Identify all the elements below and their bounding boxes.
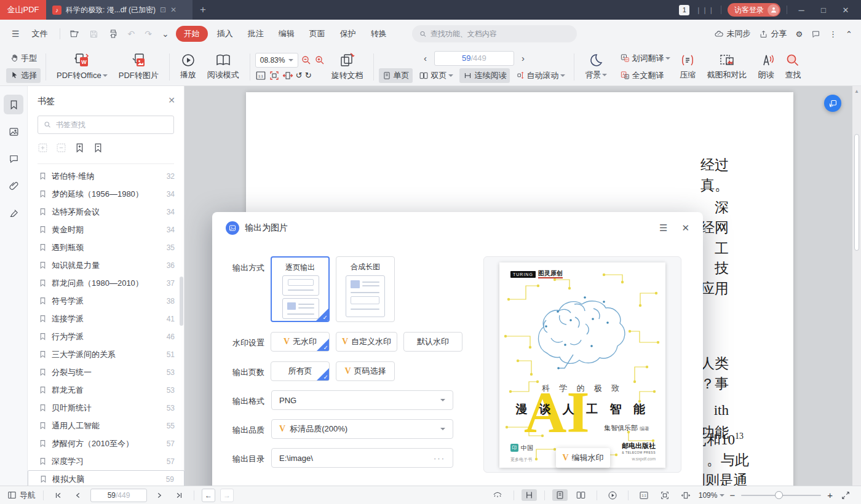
- screenshot-compare-button[interactable]: 截图和对比: [701, 53, 752, 81]
- tab-annotate[interactable]: 批注: [242, 26, 269, 42]
- bookmark-item[interactable]: 诺伯特·维纳32: [28, 167, 184, 185]
- next-page-button[interactable]: ›: [517, 53, 530, 63]
- background-button[interactable]: 背景: [579, 53, 613, 81]
- page-number-box[interactable]: 59/449: [434, 51, 514, 66]
- actual-size-button[interactable]: 1:1: [636, 489, 652, 502]
- bookmark-item[interactable]: 群龙问鼎（1980—2010）37: [28, 274, 184, 292]
- auto-scroll-button[interactable]: 自动滚动: [512, 68, 569, 83]
- single-page-button[interactable]: 单页: [379, 68, 413, 83]
- pages-option-select[interactable]: V页码选择: [336, 361, 395, 381]
- document-tab[interactable]: ♪ 科学的极致: 漫...df (已加密) ⊡ ✕: [46, 0, 192, 20]
- bookmark-item[interactable]: 群龙无首53: [28, 381, 184, 399]
- bookmark-item[interactable]: 达特茅斯会议34: [28, 203, 184, 221]
- mode-option-per-page[interactable]: 逐页输出 ✓: [271, 256, 330, 322]
- minimize-button[interactable]: ─: [793, 6, 809, 15]
- chevron-down-icon[interactable]: ⌄: [159, 27, 172, 41]
- search-input[interactable]: [430, 30, 569, 38]
- actual-size-button[interactable]: 1:1: [255, 70, 266, 81]
- zoom-slider[interactable]: [741, 495, 821, 496]
- single-page-mode-button[interactable]: [552, 489, 568, 501]
- eye-protect-button[interactable]: [489, 489, 506, 502]
- word-translate-button[interactable]: A中划词翻译: [616, 51, 674, 66]
- pdf-to-office-button[interactable]: W PDF转Office: [51, 52, 113, 81]
- history-back-button[interactable]: ←: [202, 489, 215, 502]
- next-page-button[interactable]: [152, 490, 167, 501]
- dialog-menu-icon[interactable]: ☰: [659, 222, 667, 234]
- bookmark-item[interactable]: 三大学派间的关系51: [28, 345, 184, 363]
- continuous-reading-button[interactable]: 连续阅读: [459, 68, 510, 83]
- signature-panel-button[interactable]: [4, 203, 23, 222]
- tab-start[interactable]: 开始: [176, 26, 208, 42]
- rotate-right-icon[interactable]: ↻: [305, 71, 312, 80]
- first-page-button[interactable]: [51, 490, 66, 501]
- add-bookmark-button[interactable]: [74, 143, 85, 153]
- tab-page[interactable]: 页面: [304, 26, 331, 42]
- pdf-to-image-button[interactable]: PDF转图片: [113, 52, 164, 81]
- maximize-button[interactable]: □: [815, 6, 831, 15]
- previous-page-button[interactable]: [71, 490, 85, 501]
- watermark-option-custom[interactable]: V自定义水印: [336, 332, 397, 352]
- app-tab[interactable]: 金山PDF: [0, 0, 46, 20]
- panel-close-icon[interactable]: ✕: [168, 95, 175, 105]
- search-bar[interactable]: [412, 25, 577, 42]
- feedback-icon[interactable]: [811, 30, 820, 39]
- bookmark-item[interactable]: 知识就是力量36: [28, 256, 184, 274]
- rotate-left-icon[interactable]: ↺: [296, 71, 303, 80]
- collapse-all-button[interactable]: [56, 143, 66, 153]
- statusbar-page-box[interactable]: 59/449: [90, 489, 147, 502]
- fit-page-button[interactable]: [269, 70, 280, 81]
- hamburger-icon[interactable]: ☰: [9, 27, 23, 41]
- find-button[interactable]: 查找: [779, 53, 806, 81]
- reading-mode-button[interactable]: 阅读模式: [202, 53, 245, 81]
- zoom-in-button[interactable]: +: [827, 490, 833, 500]
- document-scrollbar[interactable]: ▲: [852, 86, 861, 486]
- close-tab-icon[interactable]: ✕: [170, 6, 177, 14]
- zoom-out-button[interactable]: [301, 55, 312, 66]
- output-directory-field[interactable]: E:\image\···: [271, 448, 453, 468]
- play-button[interactable]: 播放: [175, 53, 202, 81]
- bookmark-item[interactable]: 贝叶斯统计53: [28, 399, 184, 417]
- undo-icon[interactable]: ↶: [125, 27, 138, 41]
- tab-protect[interactable]: 保护: [335, 26, 362, 42]
- bookmark-search-input[interactable]: [56, 120, 168, 129]
- format-select[interactable]: PNG: [271, 390, 453, 410]
- tab-insert[interactable]: 插入: [212, 26, 239, 42]
- print-icon[interactable]: [105, 27, 121, 41]
- thumbnails-panel-button[interactable]: [4, 122, 23, 141]
- bookmark-item[interactable]: 梦醒何方（2010至今）57: [28, 435, 184, 452]
- last-page-button[interactable]: [172, 490, 186, 501]
- close-window-button[interactable]: ✕: [838, 6, 854, 15]
- bookmark-item[interactable]: 行为学派46: [28, 328, 184, 345]
- comments-panel-button[interactable]: [4, 149, 23, 168]
- bookmarks-panel-button[interactable]: [4, 95, 23, 114]
- bookmark-item[interactable]: 通用人工智能55: [28, 417, 184, 435]
- zoom-out-button[interactable]: −: [729, 490, 735, 500]
- expand-all-button[interactable]: [38, 143, 48, 153]
- pages-option-all[interactable]: 所有页✓: [271, 361, 330, 381]
- browse-ellipsis-icon[interactable]: ···: [434, 454, 445, 463]
- dialog-close-icon[interactable]: ✕: [681, 222, 689, 234]
- login-button[interactable]: 访客登录: [728, 3, 780, 17]
- fullscreen-button[interactable]: [838, 489, 854, 502]
- double-page-button[interactable]: 双页: [415, 68, 457, 83]
- panel-scrollbar-thumb[interactable]: [180, 277, 183, 326]
- pin-tab-icon[interactable]: ⊡: [160, 6, 166, 14]
- zoom-slider-knob[interactable]: [775, 491, 783, 499]
- watermark-option-none[interactable]: V无水印✓: [271, 332, 330, 352]
- quality-select[interactable]: V标清品质(200%): [271, 419, 453, 439]
- new-tab-button[interactable]: +: [192, 0, 213, 20]
- menu-file[interactable]: 文件: [26, 26, 54, 42]
- select-tool[interactable]: 选择: [6, 68, 41, 83]
- bookmark-item[interactable]: 符号学派38: [28, 292, 184, 310]
- fit-page-button[interactable]: [657, 489, 673, 502]
- double-page-mode-button[interactable]: [573, 489, 589, 501]
- zoom-percent-combo[interactable]: 08.83%: [255, 53, 299, 68]
- settings-gear-icon[interactable]: ⚙: [795, 30, 803, 39]
- bookmark-item[interactable]: 分裂与统一53: [28, 363, 184, 381]
- kebab-menu-icon[interactable]: ⋮: [829, 30, 837, 39]
- window-count-badge[interactable]: 1: [679, 5, 689, 15]
- scroll-up-arrow[interactable]: ▲: [852, 86, 861, 94]
- open-file-icon[interactable]: [66, 27, 82, 41]
- watermark-option-default[interactable]: 默认水印: [403, 332, 462, 352]
- zoom-level[interactable]: 109%: [699, 491, 725, 500]
